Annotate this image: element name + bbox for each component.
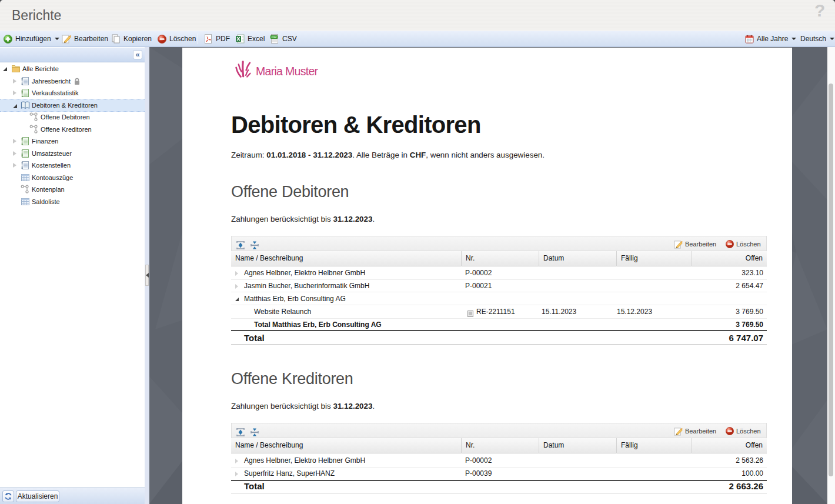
svg-text:CSV: CSV	[272, 36, 276, 39]
